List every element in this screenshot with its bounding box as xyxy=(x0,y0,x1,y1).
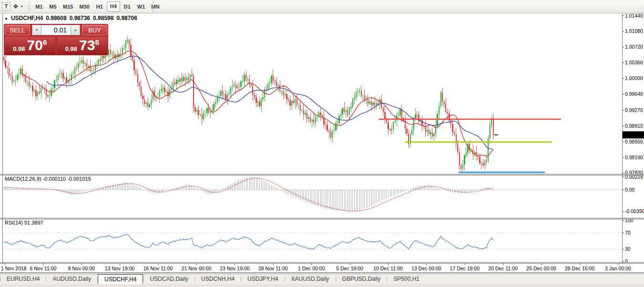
time-tick xyxy=(426,263,427,265)
time-label: 5 Dec 19:00 xyxy=(328,266,371,271)
timeframe-button-d1[interactable]: D1 xyxy=(121,1,134,12)
chart-tab-eurusd-h4[interactable]: EURUSD,H4 xyxy=(0,274,46,284)
svg-text:-0.003904: -0.003904 xyxy=(625,208,644,214)
time-tick xyxy=(196,263,197,265)
panel-splitter xyxy=(0,262,644,263)
panel-collapse-icon[interactable]: ▲ xyxy=(4,16,8,20)
chart-tab-sp500-h1[interactable]: SP500,H1 xyxy=(387,274,426,284)
time-tick xyxy=(350,263,350,265)
timeframe-button-m15[interactable]: M15 xyxy=(60,1,76,12)
svg-text:30: 30 xyxy=(625,246,631,252)
ohlc-high: 0.98736 xyxy=(70,15,90,21)
time-axis[interactable]: 1 Nov 20186 Nov 11:009 Nov 00:0013 Nov 1… xyxy=(0,264,644,272)
time-label: 17 Dec 19:00 xyxy=(443,266,486,271)
time-label: 13 Dec 00:00 xyxy=(405,266,448,271)
time-tick xyxy=(542,263,542,265)
sell-price-button[interactable]: 0.98 70 6 xyxy=(5,37,55,55)
svg-text:0.98190: 0.98190 xyxy=(625,154,643,160)
timeframe-button-m1[interactable]: M1 xyxy=(32,1,46,12)
time-tick xyxy=(580,263,580,265)
chart-tab-usdcnh-h4[interactable]: USDCNH,H4 xyxy=(195,274,241,284)
svg-text:0.98910: 0.98910 xyxy=(625,123,643,129)
svg-text:100: 100 xyxy=(625,219,634,223)
time-tick xyxy=(311,263,312,265)
timeframe-button-mn[interactable]: MN xyxy=(148,1,162,12)
time-label: 1 Dec 00:00 xyxy=(290,266,333,271)
chart-tab-usdjpy-h4[interactable]: USDJPY,H4 xyxy=(241,274,284,284)
svg-text:1.00720: 1.00720 xyxy=(625,44,643,50)
ohlc-open: 0.98608 xyxy=(46,15,66,21)
ohlc-low: 0.98598 xyxy=(93,15,113,21)
time-label: 6 Nov 11:00 xyxy=(21,266,64,271)
time-tick xyxy=(235,263,235,265)
price-axis-separator xyxy=(622,13,623,272)
time-tick xyxy=(618,263,618,265)
sell-price-pipette: 6 xyxy=(43,38,47,46)
svg-text:0: 0 xyxy=(625,258,628,262)
svg-text:1.00360: 1.00360 xyxy=(625,60,643,65)
panel-splitter[interactable] xyxy=(0,219,644,219)
svg-text:70: 70 xyxy=(625,230,631,236)
macd-indicator-panel[interactable]: 0.0022970.00-0.003904 xyxy=(0,175,644,218)
time-label: 13 Nov 19:00 xyxy=(98,266,141,271)
svg-text:1.01080: 1.01080 xyxy=(625,28,643,34)
lot-decrease-button[interactable]: ▾ xyxy=(32,25,41,35)
time-tick xyxy=(158,263,159,265)
panel-splitter[interactable] xyxy=(0,218,644,218)
chart-tab-audusd-daily[interactable]: AUDUSD,Daily xyxy=(46,274,97,284)
time-tick xyxy=(273,263,274,265)
svg-text:0.98550: 0.98550 xyxy=(625,139,643,144)
svg-text:1.00000: 1.00000 xyxy=(625,75,643,81)
chart-tab-xauusd-daily[interactable]: XAUUSD,Daily xyxy=(285,274,336,284)
window-left-border xyxy=(2,13,3,272)
time-tick xyxy=(503,263,503,265)
text-tool-icon: T xyxy=(5,3,8,9)
rsi-label: RSI(14) 51.3897 xyxy=(5,220,43,226)
svg-text:0.00: 0.00 xyxy=(625,187,635,193)
chart-tab-usdcad-daily[interactable]: USDCAD,Daily xyxy=(143,274,194,284)
time-label: 3 Jan 00:00 xyxy=(596,266,639,271)
lot-size-input[interactable] xyxy=(41,25,71,35)
time-tick xyxy=(5,263,5,265)
macd-label: MACD(12,26,9) -0.000110 -0.001015 xyxy=(5,176,91,182)
buy-price-prefix: 0.98 xyxy=(65,45,77,52)
time-label: 21 Nov 00:00 xyxy=(175,266,218,271)
time-tick xyxy=(43,263,43,265)
timeframe-button-group: M1M5M15M30H1H4D1W1MN xyxy=(32,1,163,12)
panel-splitter[interactable] xyxy=(0,175,644,175)
timeframe-button-h1[interactable]: H1 xyxy=(93,1,106,12)
window-bottom-strip xyxy=(0,284,644,287)
one-click-trading-panel: SELL ▾ ▴ BUY 0.98 70 6 0.98 73 8 xyxy=(4,24,108,55)
buy-price-button[interactable]: 0.98 73 8 xyxy=(57,37,108,55)
panel-splitter[interactable] xyxy=(0,174,644,174)
symbol-period: USDCHF,H4 xyxy=(11,15,43,21)
time-tick xyxy=(388,263,388,265)
drawing-objects-dropdown[interactable]: ❖ ▾ xyxy=(13,2,23,11)
timeframe-button-w1[interactable]: W1 xyxy=(134,1,148,12)
time-label: 23 Nov 19:00 xyxy=(213,266,256,271)
drawing-objects-icon: ❖ xyxy=(13,2,19,11)
buy-button[interactable]: BUY xyxy=(82,25,107,35)
chart-tab-gbpusd-daily[interactable]: GBPUSD,Daily xyxy=(336,274,387,284)
time-label: 28 Dec 15:00 xyxy=(558,266,601,271)
svg-text:0.98706: 0.98706 xyxy=(624,132,642,138)
sell-price-prefix: 0.98 xyxy=(13,45,25,52)
ohlc-close: 0.98706 xyxy=(116,15,137,21)
time-label: 10 Dec 11:00 xyxy=(367,266,409,271)
chart-tab-usdchf-h4[interactable]: USDCHF,H4 xyxy=(98,274,143,284)
chart-tab-bar: EURUSD,H4AUDUSD,DailyUSDCHF,H4USDCAD,Dai… xyxy=(0,274,644,284)
buy-price-pipette: 8 xyxy=(95,38,99,46)
timeframe-button-m30[interactable]: M30 xyxy=(76,1,92,12)
text-tool-button[interactable]: T xyxy=(2,2,10,11)
sell-button[interactable]: SELL xyxy=(5,25,30,35)
toolbar-separator xyxy=(153,1,153,12)
rsi-indicator-panel[interactable]: 10070300 xyxy=(0,219,644,262)
lot-increase-button[interactable]: ▴ xyxy=(71,25,80,35)
time-tick xyxy=(120,263,120,265)
top-toolbar: T ❖ ▾ M1M5M15M30H1H4D1W1MN xyxy=(0,0,644,13)
time-tick xyxy=(465,263,465,265)
time-label: 25 Dec 00:00 xyxy=(520,266,563,271)
toolbar-grip-handle[interactable] xyxy=(29,2,31,11)
timeframe-button-h4[interactable]: H4 xyxy=(107,1,120,12)
timeframe-button-m5[interactable]: M5 xyxy=(46,1,60,12)
